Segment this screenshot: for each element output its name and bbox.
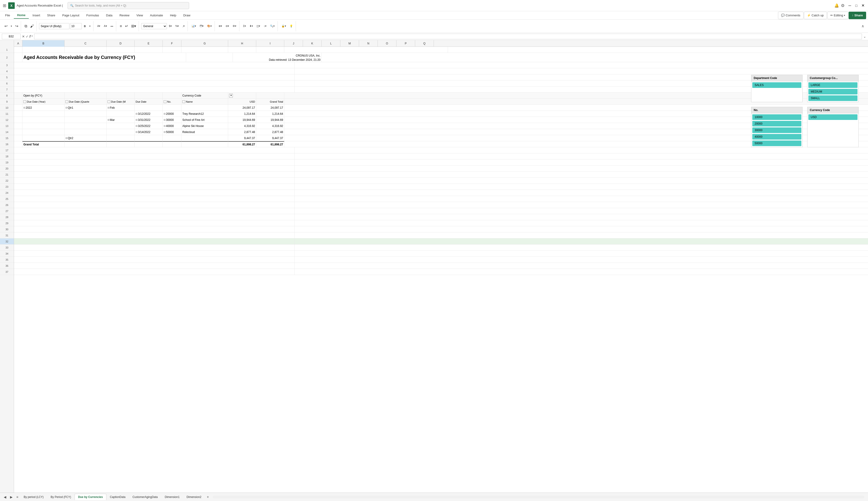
tab-share[interactable]: Share xyxy=(44,12,59,19)
row-num-25[interactable]: 25 xyxy=(0,196,14,202)
cell-B9-header[interactable]: Due Date (Year) xyxy=(22,99,65,105)
cell-styles-btn[interactable]: 🎨▾ xyxy=(206,24,213,28)
no-item-50000[interactable]: 50000 xyxy=(752,140,801,146)
row-num-1[interactable]: 1 xyxy=(0,47,14,53)
currency-btn[interactable]: $▾ xyxy=(168,24,173,28)
cell-F8[interactable] xyxy=(163,93,181,98)
cell-A14[interactable] xyxy=(14,129,22,135)
window-maximize[interactable]: □ xyxy=(854,3,859,8)
tab-data[interactable]: Data xyxy=(103,12,116,19)
cell-C16[interactable] xyxy=(65,141,107,147)
cell-row29[interactable] xyxy=(14,220,294,226)
cell-D16[interactable] xyxy=(107,141,135,147)
bold-btn[interactable]: B xyxy=(83,24,87,28)
cell-B15[interactable] xyxy=(22,135,65,141)
cell-H8-filter[interactable]: ▾ xyxy=(228,93,256,98)
cell-H10-usd[interactable]: 24,097.17 xyxy=(228,105,256,110)
cell-D13[interactable] xyxy=(107,123,135,129)
cell-I10-total[interactable]: 24,097.17 xyxy=(256,105,284,110)
cell-C15-qtr2[interactable]: ⊟ Qtr2 xyxy=(65,135,107,141)
row-num-15[interactable]: 15 xyxy=(0,135,14,141)
cell-E8[interactable] xyxy=(135,93,163,98)
confirm-formula-btn[interactable]: ✓ xyxy=(26,35,29,38)
cell-row22[interactable] xyxy=(14,178,294,183)
cell-I1[interactable] xyxy=(256,47,284,53)
tab-by-period-fcy[interactable]: By Period (FCY) xyxy=(47,494,75,500)
row-num-33[interactable]: 33 xyxy=(0,245,14,250)
cell-C14[interactable] xyxy=(65,129,107,135)
cell-row17[interactable] xyxy=(14,147,294,153)
row-num-13[interactable]: 13 xyxy=(0,123,14,129)
cell-E13-date[interactable]: ⊟ 3/25/2022 xyxy=(135,123,163,129)
cell-A2[interactable] xyxy=(14,53,22,62)
col-header-A[interactable]: A xyxy=(14,40,22,47)
row-num-26[interactable]: 26 xyxy=(0,202,14,208)
col-header-L[interactable]: L xyxy=(322,40,340,47)
tab-automate[interactable]: Automate xyxy=(147,12,167,19)
tab-help[interactable]: Help xyxy=(167,12,180,19)
cell-B14[interactable] xyxy=(22,129,65,135)
row-num-30[interactable]: 30 xyxy=(0,226,14,232)
cell-E15[interactable] xyxy=(135,135,163,141)
cell-E12-date[interactable]: ⊟ 3/31/2022 xyxy=(135,117,163,123)
add-sheet-btn[interactable]: + xyxy=(205,494,211,500)
expand-no14[interactable]: ⊟ xyxy=(164,131,165,133)
format-cells-btn[interactable]: ⚙▾ xyxy=(231,24,238,28)
tab-file[interactable]: File xyxy=(2,12,13,19)
percent-btn[interactable]: %▾ xyxy=(174,24,181,28)
col-header-N[interactable]: N xyxy=(359,40,378,47)
cell-F16[interactable] xyxy=(163,141,181,147)
cell-I13-total[interactable]: 4,316.92 xyxy=(256,123,284,129)
cell-G14-name[interactable]: Relecloud xyxy=(181,129,228,135)
cell-F15[interactable] xyxy=(163,135,181,141)
cell-row24[interactable] xyxy=(14,190,294,196)
cell-D15[interactable] xyxy=(107,135,135,141)
checkbox-no[interactable] xyxy=(164,100,167,103)
expand-date13[interactable]: ⊟ xyxy=(136,125,138,127)
cell-row36[interactable] xyxy=(14,263,294,269)
expand-qtr[interactable]: ⊟ xyxy=(65,106,67,109)
expand-year[interactable]: ⊟ xyxy=(23,106,25,109)
customergroup-item-medium[interactable]: MEDIUM xyxy=(808,89,857,94)
filter-dropdown-icon[interactable]: ▾ xyxy=(229,94,233,97)
cell-G1[interactable] xyxy=(181,47,228,53)
expand-no11[interactable]: ⊟ xyxy=(164,113,165,115)
department-item-sales[interactable]: SALES xyxy=(752,82,801,88)
cell-row32[interactable] xyxy=(14,238,294,244)
cell-B8-pivot-label[interactable]: Open by (FCY) xyxy=(22,93,65,98)
delete-btn[interactable]: ⊖▾ xyxy=(224,24,231,28)
no-item-20000[interactable]: 20000 xyxy=(752,121,801,127)
bold-dropdown[interactable]: ▾ xyxy=(88,24,92,28)
row-num-19[interactable]: 19 xyxy=(0,159,14,166)
format-select[interactable]: General Number Currency Accounting Short… xyxy=(141,23,167,29)
cell-B12[interactable] xyxy=(22,117,65,123)
row-num-8[interactable]: 8 xyxy=(0,93,14,99)
cancel-formula-btn[interactable]: ✕ xyxy=(22,35,25,38)
cell-D11[interactable] xyxy=(107,111,135,117)
cell-G9-header[interactable]: Name xyxy=(181,99,228,105)
cell-F12-no[interactable]: ⊟ 30000 xyxy=(163,117,181,123)
no-item-40000[interactable]: 40000 xyxy=(752,134,801,140)
editing-button[interactable]: ✏ Editing ▾ xyxy=(827,12,848,19)
cell-A1[interactable] xyxy=(14,47,22,53)
checkbox-qtr[interactable] xyxy=(65,100,68,103)
cell-row6[interactable] xyxy=(14,81,294,86)
row-num-31[interactable]: 31 xyxy=(0,232,14,238)
cell-B2-title[interactable]: Aged Accounts Receivable due by Currency… xyxy=(22,53,186,62)
tab-due-by-currencies[interactable]: Due by Currencies xyxy=(75,494,106,500)
tab-by-period-lcy[interactable]: By period (LCY) xyxy=(20,494,47,500)
cell-C10-qtr[interactable]: ⊟ Qtr1 xyxy=(65,105,107,110)
cell-row19[interactable] xyxy=(14,159,294,165)
cell-E14-date[interactable]: ⊟ 3/14/2022 xyxy=(135,129,163,135)
row-num-6[interactable]: 6 xyxy=(0,81,14,86)
ribbon-expand-btn[interactable]: ∧ xyxy=(860,23,866,29)
cell-A12[interactable] xyxy=(14,117,22,123)
expand-qtr2[interactable]: ⊟ xyxy=(65,137,67,139)
align-left-btn[interactable]: ≡ xyxy=(119,23,123,29)
cell-rest-1[interactable] xyxy=(284,47,448,53)
row-num-28[interactable]: 28 xyxy=(0,214,14,220)
cell-row37[interactable] xyxy=(14,269,294,275)
fill-btn[interactable]: ⬇▾ xyxy=(248,24,254,28)
row-num-23[interactable]: 23 xyxy=(0,184,14,190)
tab-page-layout[interactable]: Page Layout xyxy=(59,12,83,19)
